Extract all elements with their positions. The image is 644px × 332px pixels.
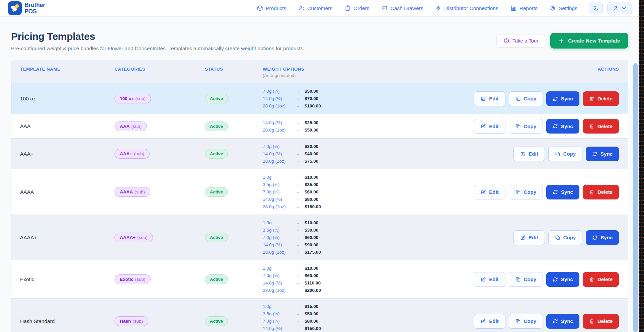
create-new-template-label: Create New Template [568, 38, 620, 44]
delete-button[interactable]: Delete [583, 185, 619, 199]
weight-options-list: 14.0g (½) → $25.00 28.0g (1oz) → $50.00 [263, 119, 469, 133]
edit-button[interactable]: Edit [474, 314, 505, 329]
nav-item-products[interactable]: Products [257, 5, 286, 11]
theme-toggle-button[interactable] [589, 2, 603, 14]
category-badge: AAAA+ (sub) [114, 233, 153, 242]
sync-button[interactable]: Sync [546, 91, 579, 106]
weight-option-row: 7.0g (¼) → $60.00 [263, 234, 469, 241]
edit-icon [520, 151, 526, 157]
sync-button[interactable]: Sync [586, 147, 619, 161]
nav-item-distributor-connections[interactable]: Distributor Connections [435, 5, 498, 11]
delete-button[interactable]: Delete [583, 91, 619, 106]
take-a-tour-button[interactable]: Take a Tour [496, 34, 545, 48]
weight-options-list: 7.0g (¼) → $50.00 14.0g (½) → $70.00 28.… [263, 88, 469, 109]
copy-button[interactable]: Copy [509, 272, 543, 287]
price-value: $200.00 [301, 287, 469, 294]
col-header-categories: CATEGORIES [114, 67, 205, 72]
page-title: Pricing Templates [11, 31, 305, 42]
nav-item-reports[interactable]: Reports [510, 5, 538, 11]
weight-label: 28.0g (1oz) [263, 287, 295, 294]
trash-icon [589, 96, 594, 101]
copy-icon [515, 277, 521, 282]
create-new-template-button[interactable]: Create New Template [550, 33, 628, 49]
weight-label: 14.0g (½) [263, 151, 295, 157]
edit-button[interactable]: Edit [513, 230, 545, 245]
weight-option-row: 28.0g (1oz) → $175.00 [263, 249, 469, 255]
edit-button[interactable]: Edit [474, 119, 505, 134]
arrow-icon: → [295, 249, 301, 255]
nav-item-cash-drawers[interactable]: Cash Drawers [381, 5, 423, 11]
copy-icon [515, 319, 521, 324]
status-badge: Active [205, 94, 228, 103]
weight-option-row: 3.5g (⅛) → $35.00 [263, 181, 469, 188]
sync-button[interactable]: Sync [546, 314, 579, 329]
copy-button[interactable]: Copy [509, 185, 543, 199]
row-actions: EditCopySyncDelete [469, 119, 619, 134]
trash-icon [589, 123, 594, 129]
status-badge: Active [205, 121, 228, 131]
edit-button[interactable]: Edit [513, 147, 545, 161]
sync-button[interactable]: Sync [546, 119, 579, 134]
sync-button[interactable]: Sync [586, 230, 619, 245]
edit-button[interactable]: Edit [474, 91, 505, 106]
scrollbar-thumb[interactable] [633, 63, 638, 332]
copy-button[interactable]: Copy [509, 314, 543, 329]
row-actions: EditCopySyncDelete [469, 91, 619, 106]
price-value: $30.00 [301, 143, 469, 150]
weight-label: 28.0g (1oz) [263, 127, 295, 133]
copy-button[interactable]: Copy [509, 91, 543, 106]
copy-button[interactable]: Copy [509, 119, 543, 134]
price-value: $75.00 [301, 158, 469, 164]
weight-option-row: 7.0g (¼) → $60.00 [263, 189, 469, 195]
sync-button-label: Sync [561, 276, 573, 282]
arrow-icon: → [295, 88, 301, 94]
price-value: $150.00 [301, 325, 469, 332]
edit-button-label: Edit [489, 276, 498, 282]
weight-label: 3.5g (⅛) [263, 227, 295, 233]
arrow-icon: → [295, 95, 301, 102]
weight-option-row: 1.0g → $15.00 [263, 303, 469, 310]
delete-button[interactable]: Delete [583, 272, 619, 287]
category-badge: AAA+ (sub) [114, 149, 150, 159]
copy-button[interactable]: Copy [548, 230, 583, 245]
weight-label: 14.0g (½) [263, 280, 295, 286]
user-menu-button[interactable] [607, 2, 632, 14]
sync-icon [553, 96, 558, 101]
copy-icon [555, 151, 560, 157]
arrow-icon: → [295, 143, 301, 150]
sync-button[interactable]: Sync [546, 185, 579, 199]
delete-button[interactable]: Delete [583, 119, 619, 134]
sync-icon [592, 235, 597, 240]
nav-item-customers[interactable]: Customers [298, 5, 332, 11]
arrow-icon: → [295, 280, 301, 286]
weight-option-row: 14.0g (½) → $80.00 [263, 196, 469, 202]
status-badge: Active [205, 316, 228, 326]
col-header-status: STATUS [205, 67, 263, 72]
clipboard-icon [344, 5, 351, 11]
copy-button-label: Copy [524, 318, 537, 324]
price-value: $150.00 [301, 203, 469, 210]
edit-button[interactable]: Edit [474, 185, 505, 199]
sync-button[interactable]: Sync [546, 272, 579, 287]
copy-button-label: Copy [563, 151, 576, 157]
sync-icon [553, 277, 558, 282]
copy-button-label: Copy [524, 123, 537, 129]
chart-icon [510, 5, 517, 11]
edit-button-label: Edit [489, 123, 498, 129]
price-value: $10.00 [301, 174, 469, 180]
nav-item-orders[interactable]: Orders [344, 5, 369, 11]
col-header-weight-options-sub: (Auto-generated) [263, 73, 469, 78]
arrow-icon: → [295, 265, 301, 271]
delete-button[interactable]: Delete [583, 314, 619, 329]
gear-icon [550, 5, 556, 11]
copy-button[interactable]: Copy [548, 147, 583, 161]
brand-logo[interactable]: Brother POS [8, 1, 45, 15]
weight-label: 1.0g [263, 265, 295, 271]
arrow-icon: → [295, 127, 301, 133]
edit-button[interactable]: Edit [474, 272, 505, 287]
sync-button-label: Sync [561, 96, 573, 101]
nav-item-settings[interactable]: Settings [550, 5, 577, 11]
row-actions: EditCopySyncDelete [469, 272, 619, 287]
price-value: $60.00 [301, 189, 469, 195]
weight-option-row: 7.0g (¼) → $80.00 [263, 318, 469, 324]
